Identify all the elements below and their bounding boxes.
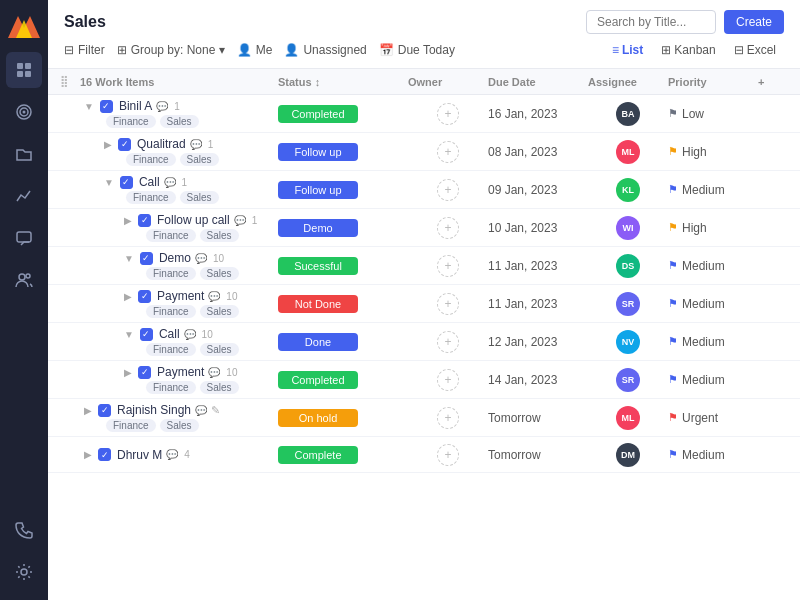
status-sort-icon[interactable]: ↕ — [315, 76, 321, 88]
status-badge[interactable]: Done — [278, 333, 358, 351]
row-checkbox[interactable] — [120, 176, 133, 189]
status-badge[interactable]: Follow up — [278, 181, 358, 199]
tab-excel[interactable]: ⊟ Excel — [726, 40, 784, 60]
owner-placeholder[interactable] — [437, 217, 459, 239]
tag[interactable]: Finance — [106, 419, 156, 432]
owner-cell[interactable] — [408, 179, 488, 201]
row-sub: 4 — [184, 449, 190, 460]
owner-cell[interactable] — [408, 141, 488, 163]
expand-arrow[interactable]: ▶ — [84, 405, 92, 416]
owner-cell[interactable] — [408, 293, 488, 315]
row-tags: Finance Sales — [84, 419, 199, 432]
owner-cell[interactable] — [408, 331, 488, 353]
owner-cell[interactable] — [408, 369, 488, 391]
status-badge[interactable]: On hold — [278, 409, 358, 427]
status-badge[interactable]: Completed — [278, 371, 358, 389]
tag[interactable]: Sales — [180, 153, 219, 166]
row-comment-icon: 💬 — [190, 139, 202, 150]
row-checkbox[interactable] — [98, 404, 111, 417]
tag[interactable]: Finance — [126, 153, 176, 166]
owner-cell[interactable] — [408, 217, 488, 239]
me-filter[interactable]: 👤 Me — [237, 43, 273, 57]
app-logo[interactable] — [8, 10, 40, 38]
row-checkbox[interactable] — [140, 328, 153, 341]
tag[interactable]: Finance — [146, 229, 196, 242]
expand-arrow[interactable]: ▶ — [84, 449, 92, 460]
tag[interactable]: Sales — [200, 343, 239, 356]
owner-cell[interactable] — [408, 255, 488, 277]
search-input[interactable] — [586, 10, 716, 34]
expand-arrow[interactable]: ▼ — [104, 177, 114, 188]
expand-arrow[interactable]: ▶ — [124, 215, 132, 226]
sidebar-icon-folder[interactable] — [6, 136, 42, 172]
tag[interactable]: Finance — [146, 343, 196, 356]
sidebar-icon-chat[interactable] — [6, 220, 42, 256]
owner-placeholder[interactable] — [437, 141, 459, 163]
row-checkbox[interactable] — [138, 290, 151, 303]
tag[interactable]: Sales — [200, 267, 239, 280]
owner-placeholder[interactable] — [437, 103, 459, 125]
tab-list[interactable]: ≡ List — [604, 40, 651, 60]
tag[interactable]: Finance — [106, 115, 156, 128]
status-badge[interactable]: Complete — [278, 446, 358, 464]
col-header-add[interactable]: + — [758, 76, 788, 88]
tab-kanban[interactable]: ⊞ Kanban — [653, 40, 723, 60]
priority-flag-icon: ⚑ — [668, 221, 678, 234]
sidebar-icon-home[interactable] — [6, 52, 42, 88]
row-sub: 1 — [182, 177, 188, 188]
owner-placeholder[interactable] — [437, 293, 459, 315]
owner-placeholder[interactable] — [437, 407, 459, 429]
row-checkbox[interactable] — [100, 100, 113, 113]
unassigned-filter[interactable]: 👤 Unassigned — [284, 43, 366, 57]
owner-cell[interactable] — [408, 444, 488, 466]
expand-arrow[interactable]: ▶ — [104, 139, 112, 150]
tag[interactable]: Finance — [146, 267, 196, 280]
expand-arrow[interactable]: ▼ — [84, 101, 94, 112]
group-icon: ⊞ — [117, 43, 127, 57]
row-comment-icon: 💬 — [166, 449, 178, 460]
tag[interactable]: Sales — [200, 381, 239, 394]
row-checkbox[interactable] — [138, 214, 151, 227]
tag[interactable]: Sales — [200, 229, 239, 242]
status-badge[interactable]: Not Done — [278, 295, 358, 313]
row-checkbox[interactable] — [138, 366, 151, 379]
expand-arrow[interactable]: ▼ — [124, 329, 134, 340]
owner-cell[interactable] — [408, 407, 488, 429]
owner-placeholder[interactable] — [437, 179, 459, 201]
row-checkbox[interactable] — [98, 448, 111, 461]
tag[interactable]: Finance — [126, 191, 176, 204]
edit-icon[interactable]: ✎ — [211, 404, 220, 417]
expand-arrow[interactable]: ▼ — [124, 253, 134, 264]
tag[interactable]: Finance — [146, 305, 196, 318]
due-date-cell: 08 Jan, 2023 — [488, 145, 588, 159]
sidebar-icon-phone[interactable] — [6, 512, 42, 548]
owner-placeholder[interactable] — [437, 444, 459, 466]
status-badge[interactable]: Sucessful — [278, 257, 358, 275]
tag[interactable]: Finance — [146, 381, 196, 394]
owner-placeholder[interactable] — [437, 255, 459, 277]
tag[interactable]: Sales — [160, 419, 199, 432]
owner-cell[interactable] — [408, 103, 488, 125]
due-today-filter[interactable]: 📅 Due Today — [379, 43, 455, 57]
tag[interactable]: Sales — [180, 191, 219, 204]
status-badge[interactable]: Follow up — [278, 143, 358, 161]
status-badge[interactable]: Demo — [278, 219, 358, 237]
due-icon: 📅 — [379, 43, 394, 57]
expand-arrow[interactable]: ▶ — [124, 367, 132, 378]
expand-arrow[interactable]: ▶ — [124, 291, 132, 302]
sidebar-icon-target[interactable] — [6, 94, 42, 130]
row-checkbox[interactable] — [118, 138, 131, 151]
group-by-button[interactable]: ⊞ Group by: None ▾ — [117, 43, 225, 57]
tag[interactable]: Sales — [200, 305, 239, 318]
status-badge[interactable]: Completed — [278, 105, 358, 123]
owner-placeholder[interactable] — [437, 369, 459, 391]
create-button[interactable]: Create — [724, 10, 784, 34]
tag[interactable]: Sales — [160, 115, 199, 128]
sidebar-icon-settings[interactable] — [6, 554, 42, 590]
row-checkbox[interactable] — [140, 252, 153, 265]
row-name-cell: ▼ Call 💬 10 Finance Sales — [60, 327, 278, 356]
owner-placeholder[interactable] — [437, 331, 459, 353]
sidebar-icon-chart[interactable] — [6, 178, 42, 214]
filter-button[interactable]: ⊟ Filter — [64, 43, 105, 57]
sidebar-icon-people[interactable] — [6, 262, 42, 298]
